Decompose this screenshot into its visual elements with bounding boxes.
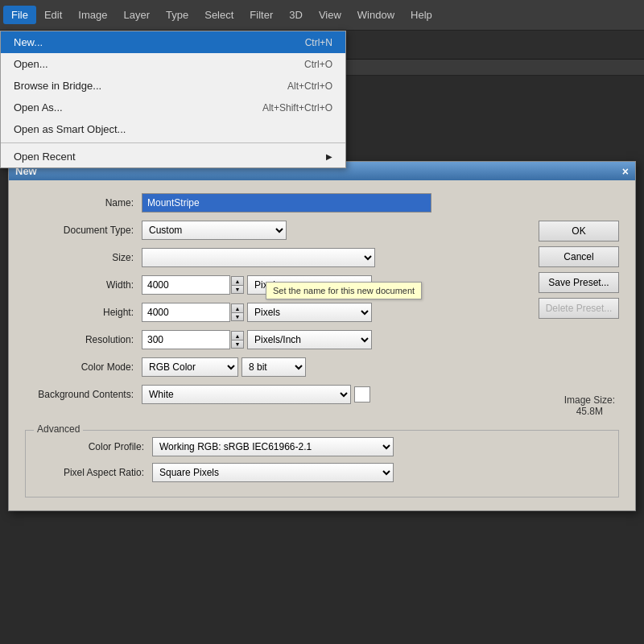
image-size-value: 45.8M (564, 406, 615, 417)
height-spinner: ▲ ▼ (231, 303, 244, 321)
menu-bridge-shortcut: Alt+Ctrl+O (287, 80, 332, 92)
height-row: Height: ▲ ▼ Pixels (25, 303, 619, 322)
size-select[interactable] (142, 248, 375, 267)
save-preset-button[interactable]: Save Preset... (539, 272, 619, 293)
menu-type[interactable]: Type (158, 6, 196, 24)
resolution-input[interactable] (142, 330, 230, 349)
width-input[interactable] (142, 275, 230, 295)
advanced-section: Advanced Color Profile: Working RGB: sRG… (25, 430, 619, 497)
height-spin-down[interactable]: ▼ (231, 312, 244, 321)
menu-open-recent-label: Open Recent (14, 151, 76, 163)
height-unit-select[interactable]: Pixels (247, 303, 372, 322)
document-type-label: Document Type: (25, 225, 142, 236)
height-label: Height: (25, 307, 142, 318)
menu-open-recent[interactable]: Open Recent ▶ (1, 146, 345, 167)
menu-filter[interactable]: Filter (242, 6, 281, 24)
color-profile-row: Color Profile: Working RGB: sRGB IEC6196… (35, 437, 609, 456)
file-dropdown-menu: New... Ctrl+N Open... Ctrl+O Browse in B… (0, 31, 346, 168)
height-input[interactable] (142, 303, 230, 322)
height-spin-up[interactable]: ▲ (231, 303, 244, 312)
pixel-aspect-select[interactable]: Square Pixels (152, 463, 394, 482)
menu-new-shortcut: Ctrl+N (305, 37, 332, 48)
document-type-row: Document Type: Custom (25, 221, 619, 240)
delete-preset-button[interactable]: Delete Preset... (539, 298, 619, 319)
menu-file[interactable]: File (3, 6, 36, 24)
menu-open-label: Open... (14, 58, 48, 70)
menu-new-label: New... (14, 36, 43, 48)
name-label: Name: (25, 197, 142, 208)
tooltip: Set the name for this new document (266, 282, 422, 299)
color-mode-select[interactable]: RGB Color (142, 357, 238, 377)
menu-layer[interactable]: Layer (116, 6, 159, 24)
background-preview (354, 386, 370, 402)
color-mode-row: Color Mode: RGB Color 8 bit (25, 357, 619, 377)
background-label: Background Contents: (25, 389, 142, 400)
color-profile-select[interactable]: Working RGB: sRGB IEC61966-2.1 (152, 437, 394, 456)
pixel-aspect-row: Pixel Aspect Ratio: Square Pixels (35, 463, 609, 482)
size-row: Size: (25, 248, 619, 267)
menu-select[interactable]: Select (196, 6, 242, 24)
menu-view[interactable]: View (311, 6, 349, 24)
menu-new[interactable]: New... Ctrl+N (1, 31, 345, 53)
menu-bar: File Edit Image Layer Type Select Filter… (0, 0, 644, 31)
menu-open-as-label: Open As... (14, 101, 63, 114)
name-row: Name: (25, 193, 619, 213)
advanced-label: Advanced (34, 423, 83, 435)
menu-open-as[interactable]: Open As... Alt+Shift+Ctrl+O (1, 97, 345, 118)
pixel-aspect-label: Pixel Aspect Ratio: (35, 467, 152, 478)
color-profile-label: Color Profile: (35, 441, 152, 452)
dialog-buttons: OK Cancel Save Preset... Delete Preset..… (539, 221, 619, 319)
color-mode-bit-select[interactable]: 8 bit (242, 357, 306, 377)
image-size-display: Image Size: 45.8M (564, 394, 615, 417)
cancel-button[interactable]: Cancel (539, 246, 619, 267)
resolution-spinner: ▲ ▼ (231, 331, 244, 349)
menu-image[interactable]: Image (70, 6, 115, 24)
menu-window[interactable]: Window (349, 6, 402, 24)
resolution-spin-up[interactable]: ▲ (231, 331, 244, 340)
background-select[interactable]: White (142, 385, 351, 404)
name-input[interactable] (142, 193, 431, 213)
width-spinner: ▲ ▼ (231, 276, 244, 294)
menu-edit[interactable]: Edit (36, 6, 70, 24)
menu-help[interactable]: Help (402, 6, 440, 24)
submenu-arrow-icon: ▶ (326, 152, 332, 161)
menu-smart-object[interactable]: Open as Smart Object... (1, 118, 345, 140)
width-spin-down[interactable]: ▼ (231, 285, 244, 294)
resolution-label: Resolution: (25, 334, 142, 345)
dialog-close-button[interactable]: × (622, 166, 629, 177)
width-spin-up[interactable]: ▲ (231, 276, 244, 285)
new-document-dialog: New × Name: Document Type: Custom Size: (8, 161, 636, 511)
size-label: Size: (25, 252, 142, 263)
width-label: Width: (25, 279, 142, 291)
background-row: Background Contents: White (25, 385, 619, 404)
resolution-unit-select[interactable]: Pixels/Inch (247, 330, 372, 349)
menu-open[interactable]: Open... Ctrl+O (1, 53, 345, 75)
menu-open-shortcut: Ctrl+O (304, 59, 332, 70)
menu-divider (1, 142, 345, 143)
ok-button[interactable]: OK (539, 221, 619, 242)
menu-bridge[interactable]: Browse in Bridge... Alt+Ctrl+O (1, 75, 345, 97)
color-mode-label: Color Mode: (25, 361, 142, 373)
resolution-row: Resolution: ▲ ▼ Pixels/Inch (25, 330, 619, 349)
image-size-label: Image Size: (564, 394, 615, 406)
menu-bridge-label: Browse in Bridge... (14, 80, 101, 92)
document-type-select[interactable]: Custom (142, 221, 287, 240)
menu-3d[interactable]: 3D (281, 6, 311, 24)
menu-smart-object-label: Open as Smart Object... (14, 123, 126, 135)
menu-open-as-shortcut: Alt+Shift+Ctrl+O (262, 102, 332, 114)
resolution-spin-down[interactable]: ▼ (231, 340, 244, 349)
